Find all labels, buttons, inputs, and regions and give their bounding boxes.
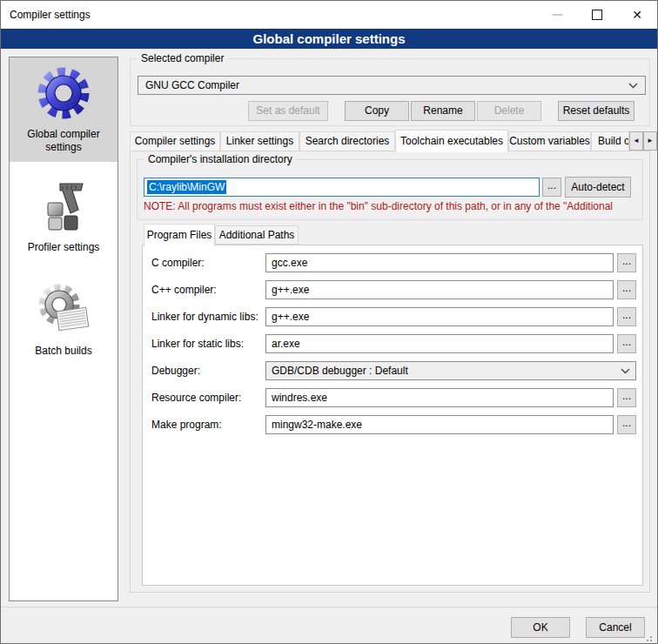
- chevron-down-icon: [621, 368, 630, 374]
- close-icon: ✕: [632, 9, 642, 21]
- settings-category-list: Global compiler settings Profiler: [9, 57, 118, 601]
- program-files-panel: C compiler: gcc.exe ... C++ compiler: g+…: [142, 245, 643, 586]
- resize-grip[interactable]: [650, 636, 652, 638]
- field-value: gcc.exe: [272, 257, 307, 269]
- titlebar[interactable]: Compiler settings ✕: [1, 1, 657, 29]
- field-value: mingw32-make.exe: [272, 419, 362, 431]
- cpp-compiler-browse-button[interactable]: ...: [617, 280, 636, 299]
- subtab-program-files[interactable]: Program Files: [144, 224, 215, 246]
- auto-detect-button[interactable]: Auto-detect: [565, 177, 631, 198]
- tab-build-options-clipped[interactable]: Build options: [591, 131, 629, 151]
- sidebar-item-global-compiler-settings[interactable]: Global compiler settings: [10, 57, 118, 162]
- ok-button[interactable]: OK: [511, 617, 570, 638]
- field-label: Debugger:: [151, 365, 265, 377]
- close-button[interactable]: ✕: [617, 1, 657, 29]
- minimize-button: [537, 1, 577, 29]
- gray-gear-stack-icon: [36, 282, 91, 341]
- linker-static-browse-button[interactable]: ...: [617, 334, 636, 353]
- field-value: windres.exe: [272, 392, 327, 404]
- installation-directory-group-label: Compiler's installation directory: [144, 153, 296, 165]
- field-label: Linker for dynamic libs:: [151, 311, 265, 323]
- tab-scroll-right-button[interactable]: ►: [643, 131, 657, 151]
- installation-directory-browse-button[interactable]: ...: [542, 178, 561, 197]
- field-label: C++ compiler:: [151, 284, 265, 296]
- tab-compiler-settings[interactable]: Compiler settings: [130, 131, 220, 151]
- field-row-make-program: Make program: mingw32-make.exe ...: [151, 415, 636, 434]
- field-row-debugger: Debugger: GDB/CDB debugger : Default: [151, 361, 636, 380]
- compiler-select-value: GNU GCC Compiler: [145, 79, 239, 91]
- minimize-icon: [553, 14, 562, 16]
- tab-linker-settings[interactable]: Linker settings: [220, 131, 299, 151]
- tab-custom-variables[interactable]: Custom variables: [508, 131, 591, 151]
- field-value: ar.exe: [272, 338, 300, 350]
- debugger-select-value: GDB/CDB debugger : Default: [272, 365, 408, 377]
- sidebar-item-profiler-settings[interactable]: Profiler settings: [10, 162, 118, 270]
- make-program-input[interactable]: mingw32-make.exe: [265, 415, 614, 434]
- compiler-settings-window: Compiler settings ✕ Global compiler sett…: [0, 0, 658, 644]
- tab-search-directories[interactable]: Search directories: [299, 131, 395, 151]
- window-title: Compiler settings: [1, 9, 91, 21]
- subtab-additional-paths[interactable]: Additional Paths: [215, 225, 299, 245]
- field-row-resource-compiler: Resource compiler: windres.exe ...: [151, 388, 636, 407]
- window-controls: ✕: [537, 1, 657, 29]
- field-label: Make program:: [151, 419, 265, 431]
- blue-gear-icon: [36, 65, 91, 124]
- maximize-icon: [592, 10, 602, 20]
- field-label: C compiler:: [151, 257, 265, 269]
- footer-divider: [1, 607, 658, 607]
- note-text: NOTE: All programs must exist either in …: [144, 200, 640, 212]
- sidebar-item-label: Global compiler settings: [11, 128, 116, 154]
- chevron-down-icon: [628, 83, 638, 89]
- compiler-select[interactable]: GNU GCC Compiler: [138, 76, 646, 95]
- delete-button: Delete: [477, 101, 541, 121]
- copy-button[interactable]: Copy: [345, 101, 409, 121]
- make-program-browse-button[interactable]: ...: [617, 415, 636, 434]
- sidebar-item-batch-builds[interactable]: Batch builds: [10, 270, 118, 369]
- c-compiler-browse-button[interactable]: ...: [617, 253, 636, 272]
- debugger-select[interactable]: GDB/CDB debugger : Default: [265, 361, 636, 380]
- field-value: g++.exe: [272, 284, 309, 296]
- field-row-linker-dynamic: Linker for dynamic libs: g++.exe ...: [151, 307, 636, 326]
- arrow-left-icon: ◄: [633, 137, 640, 144]
- resource-compiler-browse-button[interactable]: ...: [617, 388, 636, 407]
- field-label: Linker for static libs:: [151, 338, 265, 350]
- linker-dynamic-input[interactable]: g++.exe: [265, 307, 614, 326]
- installation-directory-input[interactable]: C:\raylib\MinGW: [144, 178, 540, 197]
- sidebar-item-label: Batch builds: [35, 345, 91, 358]
- field-value: g++.exe: [272, 311, 309, 323]
- linker-static-input[interactable]: ar.exe: [265, 334, 614, 353]
- sidebar-item-label: Profiler settings: [28, 241, 100, 254]
- cancel-button[interactable]: Cancel: [586, 617, 645, 638]
- field-row-cpp-compiler: C++ compiler: g++.exe ...: [151, 280, 636, 299]
- arrow-right-icon: ►: [647, 137, 654, 144]
- tab-scroll-left-button[interactable]: ◄: [629, 131, 643, 151]
- field-row-c-compiler: C compiler: gcc.exe ...: [151, 253, 636, 272]
- resource-compiler-input[interactable]: windres.exe: [265, 388, 614, 407]
- c-compiler-input[interactable]: gcc.exe: [265, 253, 614, 272]
- caliper-blocks-icon: [36, 178, 91, 238]
- set-as-default-button: Set as default: [248, 101, 328, 121]
- rename-button[interactable]: Rename: [411, 101, 475, 121]
- field-row-linker-static: Linker for static libs: ar.exe ...: [151, 334, 636, 353]
- installation-directory-value: C:\raylib\MinGW: [147, 180, 226, 194]
- field-label: Resource compiler:: [151, 392, 265, 404]
- linker-dynamic-browse-button[interactable]: ...: [617, 307, 636, 326]
- reset-defaults-button[interactable]: Reset defaults: [558, 101, 634, 121]
- cpp-compiler-input[interactable]: g++.exe: [265, 280, 614, 299]
- selected-compiler-group-label: Selected compiler: [138, 52, 227, 64]
- maximize-button[interactable]: [577, 1, 617, 29]
- tab-toolchain-executables[interactable]: Toolchain executables: [395, 130, 508, 152]
- page-title: Global compiler settings: [1, 29, 657, 49]
